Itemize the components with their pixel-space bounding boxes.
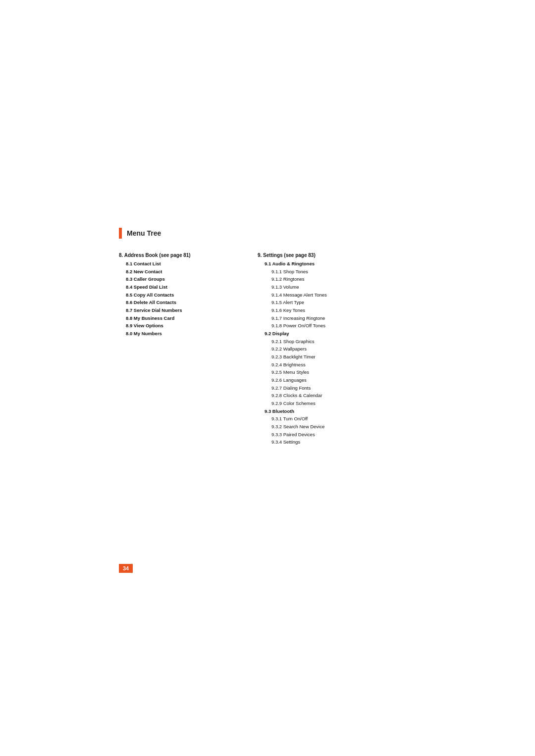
list-item: 8.5 Copy All Contacts: [119, 291, 218, 299]
list-item: 9.2.4 Brightness: [258, 361, 396, 369]
list-item: 9.2.6 Languages: [258, 376, 396, 384]
section-title: Menu Tree: [127, 229, 161, 237]
list-item: 9.3.3 Paired Devices: [258, 431, 396, 439]
list-item: 9.1.7 Increasing Ringtone: [258, 314, 396, 322]
list-item: 8.8 My Business Card: [119, 314, 218, 322]
list-item: 8.9 View Options: [119, 322, 218, 330]
list-item: 9.1.5 Alert Type: [258, 299, 396, 306]
list-item: 8.2 New Contact: [119, 268, 218, 276]
list-item: 9.1.4 Message Alert Tones: [258, 291, 396, 299]
list-item: 9.2.7 Dialing Fonts: [258, 384, 396, 392]
list-item: 9.1.6 Key Tones: [258, 306, 396, 314]
list-item: 9.1.8 Power On/Off Tones: [258, 322, 396, 330]
list-item: 9.1.3 Volume: [258, 283, 396, 291]
subsection-title-91: 9.1 Audio & Ringtones: [258, 260, 396, 268]
list-item: 9.2.5 Menu Styles: [258, 368, 396, 376]
list-item: 9.2.8 Clocks & Calendar: [258, 392, 396, 400]
left-column: 8. Address Book (see page 81) 8.1 Contac…: [119, 252, 218, 338]
list-item: 8.6 Delete All Contacts: [119, 299, 218, 306]
list-item: 8.1 Contact List: [119, 260, 218, 268]
right-column: 9. Settings (see page 83) 9.1 Audio & Ri…: [258, 252, 396, 446]
list-item: 9.1.1 Shop Tones: [258, 268, 396, 276]
page-number: 34: [119, 564, 133, 573]
columns-container: 8. Address Book (see page 81) 8.1 Contac…: [119, 252, 396, 446]
list-item: 9.3.4 Settings: [258, 438, 396, 446]
list-item: 9.1.2 Ringtones: [258, 275, 396, 283]
section-header: Menu Tree: [119, 228, 396, 239]
list-item: 8.4 Speed Dial List: [119, 283, 218, 291]
list-item: 9.2.1 Shop Graphics: [258, 338, 396, 346]
right-section-title: 9. Settings (see page 83): [258, 252, 396, 258]
orange-bar-icon: [119, 228, 122, 239]
menu-tree-section: Menu Tree 8. Address Book (see page 81) …: [119, 228, 396, 446]
left-section-title: 8. Address Book (see page 81): [119, 252, 218, 258]
list-item: 9.3.2 Search New Device: [258, 423, 396, 431]
subsection-title-92: 9.2 Display: [258, 330, 396, 338]
list-item: 9.2.2 Wallpapers: [258, 345, 396, 353]
list-item: 8.7 Service Dial Numbers: [119, 306, 218, 314]
list-item: 9.2.9 Color Schemes: [258, 400, 396, 407]
list-item: 8.0 My Numbers: [119, 330, 218, 338]
subsection-title-93: 9.3 Bluetooth: [258, 407, 396, 415]
list-item: 9.3.1 Turn On/Off: [258, 415, 396, 423]
list-item: 8.3 Caller Groups: [119, 275, 218, 283]
page-container: Menu Tree 8. Address Book (see page 81) …: [0, 0, 535, 756]
list-item: 9.2.3 Backlight Timer: [258, 353, 396, 361]
